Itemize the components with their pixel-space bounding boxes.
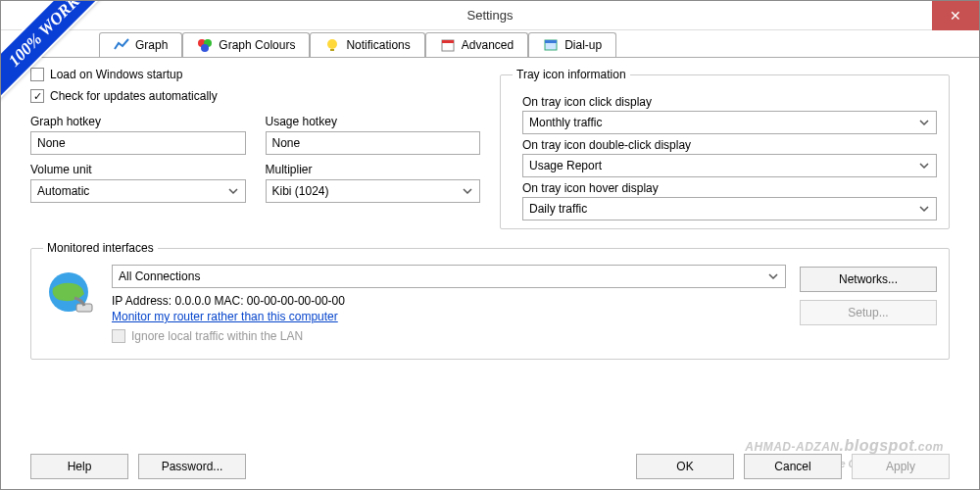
tray-hover-select[interactable]: Daily traffic	[522, 197, 937, 220]
usage-hotkey-label: Usage hotkey	[266, 115, 481, 128]
svg-rect-6	[442, 40, 454, 43]
tab-label: Graph Colours	[219, 38, 295, 52]
connection-select[interactable]: All Connections	[112, 265, 786, 288]
volume-unit-label: Volume unit	[30, 163, 246, 176]
load-on-startup-checkbox[interactable]	[30, 68, 44, 81]
svg-rect-8	[545, 40, 557, 43]
multiplier-label: Multiplier	[266, 163, 481, 176]
load-on-startup-label: Load on Windows startup	[50, 68, 182, 81]
close-button[interactable]: ✕	[932, 1, 979, 30]
globe-icon	[43, 269, 98, 323]
networks-button[interactable]: Networks...	[800, 267, 937, 292]
tray-double-select[interactable]: Usage Report	[522, 154, 937, 177]
bulb-icon	[324, 37, 340, 53]
tray-double-label: On tray icon double-click display	[522, 138, 937, 152]
graph-hotkey-input[interactable]	[30, 131, 246, 155]
usage-hotkey-input[interactable]	[266, 131, 481, 155]
dialog-footer: Help Password... OK Cancel Apply	[30, 454, 950, 479]
monitored-legend: Monitored interfaces	[43, 241, 158, 255]
tab-dialup[interactable]: Dial-up	[528, 32, 616, 57]
svg-rect-4	[330, 49, 334, 51]
ignore-lan-checkbox	[112, 329, 125, 343]
apply-button: Apply	[852, 454, 950, 479]
tab-graph-colours[interactable]: Graph Colours	[182, 32, 310, 57]
window-icon	[543, 37, 559, 53]
multiplier-select[interactable]: Kibi (1024)	[266, 179, 481, 203]
tray-click-select[interactable]: Monthly traffic	[522, 111, 937, 134]
monitor-router-link[interactable]: Monitor my router rather than this compu…	[112, 310, 338, 323]
tray-icon-group: Tray icon information On tray icon click…	[500, 68, 950, 229]
monitored-interfaces-group: Monitored interfaces All Connections IP …	[30, 241, 950, 360]
svg-point-3	[327, 39, 337, 49]
check-updates-checkbox[interactable]	[30, 89, 44, 103]
window-title: Settings	[467, 8, 514, 23]
tray-click-label: On tray icon click display	[522, 95, 937, 109]
setup-button: Setup...	[800, 300, 937, 325]
tab-notifications[interactable]: Notifications	[310, 32, 424, 57]
tray-hover-label: On tray icon hover display	[522, 181, 937, 195]
chart-icon	[114, 37, 129, 53]
password-button[interactable]: Password...	[138, 454, 246, 479]
volume-unit-select[interactable]: Automatic	[30, 179, 246, 203]
calendar-icon	[440, 37, 456, 53]
general-options: Load on Windows startup Check for update…	[30, 68, 480, 229]
ignore-lan-label: Ignore local traffic within the LAN	[131, 329, 303, 343]
cancel-button[interactable]: Cancel	[744, 454, 842, 479]
check-updates-label: Check for updates automatically	[50, 89, 218, 103]
tab-label: Notifications	[346, 38, 410, 52]
titlebar: Settings ✕	[1, 1, 979, 30]
tray-legend: Tray icon information	[513, 68, 630, 81]
tab-label: Advanced	[462, 38, 514, 52]
tab-graph[interactable]: Graph	[99, 32, 182, 57]
palette-icon	[197, 37, 213, 53]
tab-bar: Graph Graph Colours Notifications Advanc…	[1, 30, 979, 58]
tab-label: Dial-up	[564, 38, 602, 52]
tab-label: Graph	[135, 38, 168, 52]
tab-advanced[interactable]: Advanced	[425, 32, 528, 57]
help-button[interactable]: Help	[30, 454, 128, 479]
ok-button[interactable]: OK	[636, 454, 734, 479]
graph-hotkey-label: Graph hotkey	[30, 115, 246, 128]
ip-mac-line: IP Address: 0.0.0.0 MAC: 00-00-00-00-00-…	[112, 294, 786, 308]
svg-point-2	[201, 44, 209, 52]
